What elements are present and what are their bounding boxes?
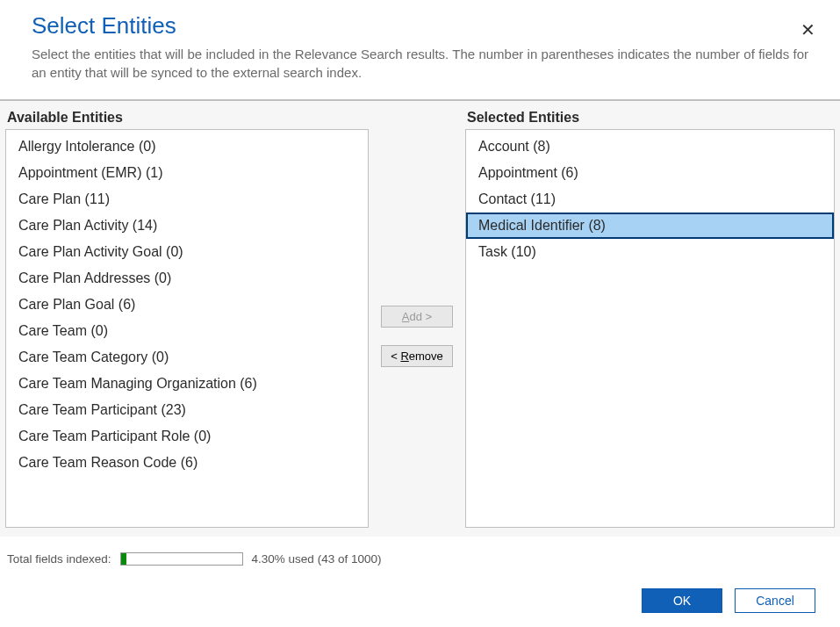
selected-column: Selected Entities Account (8)Appointment…	[465, 101, 840, 537]
list-item[interactable]: Care Team Managing Organization (6)	[6, 371, 368, 397]
list-item[interactable]: Allergy Intolerance (0)	[6, 133, 368, 160]
list-item[interactable]: Care Team (0)	[6, 318, 368, 344]
selected-listbox[interactable]: Account (8)Appointment (6)Contact (11)Me…	[466, 130, 834, 527]
list-item[interactable]: Care Plan Activity Goal (0)	[6, 239, 368, 265]
dialog-body: Available Entities Allergy Intolerance (…	[0, 99, 840, 537]
cancel-button[interactable]: Cancel	[735, 588, 815, 613]
dialog-header: Select Entities Select the entities that…	[0, 0, 840, 99]
available-listbox[interactable]: Allergy Intolerance (0)Appointment (EMR)…	[6, 130, 368, 527]
list-item[interactable]: Appointment (6)	[466, 160, 834, 186]
progress-bar	[120, 552, 243, 566]
list-item[interactable]: Contact (11)	[466, 186, 834, 213]
list-item[interactable]: Care Plan (11)	[6, 186, 368, 213]
status-row: Total fields indexed: 4.30% used (43 of …	[0, 537, 840, 576]
selected-listbox-wrap: Account (8)Appointment (6)Contact (11)Me…	[465, 129, 835, 528]
list-item[interactable]: Care Plan Activity (14)	[6, 213, 368, 239]
remove-button[interactable]: < Remove	[381, 345, 453, 367]
list-item[interactable]: Medical Identifier (8)	[466, 213, 834, 239]
list-item[interactable]: Care Team Participant (23)	[6, 397, 368, 423]
dialog-subtitle: Select the entities that will be include…	[32, 45, 808, 82]
available-label: Available Entities	[5, 110, 369, 129]
available-listbox-wrap: Allergy Intolerance (0)Appointment (EMR)…	[5, 129, 369, 528]
transfer-buttons: Add > < Remove	[369, 101, 465, 537]
list-item[interactable]: Care Plan Addresses (0)	[6, 265, 368, 292]
ok-button[interactable]: OK	[642, 588, 722, 613]
available-column: Available Entities Allergy Intolerance (…	[0, 101, 369, 537]
list-item[interactable]: Care Team Reason Code (6)	[6, 450, 368, 476]
status-text: 4.30% used (43 of 1000)	[252, 552, 382, 566]
progress-fill	[121, 553, 126, 565]
status-label: Total fields indexed:	[7, 552, 111, 566]
list-item[interactable]: Task (10)	[466, 239, 834, 265]
dialog-title: Select Entities	[32, 12, 808, 40]
select-entities-dialog: Select Entities Select the entities that…	[0, 0, 840, 627]
close-icon[interactable]: ✕	[801, 21, 815, 39]
list-item[interactable]: Account (8)	[466, 133, 834, 160]
dialog-footer: OK Cancel	[0, 576, 840, 627]
selected-label: Selected Entities	[465, 110, 835, 129]
add-button[interactable]: Add >	[381, 306, 453, 328]
list-item[interactable]: Care Team Category (0)	[6, 344, 368, 371]
list-item[interactable]: Care Team Participant Role (0)	[6, 423, 368, 450]
list-item[interactable]: Care Plan Goal (6)	[6, 292, 368, 318]
list-item[interactable]: Appointment (EMR) (1)	[6, 160, 368, 186]
